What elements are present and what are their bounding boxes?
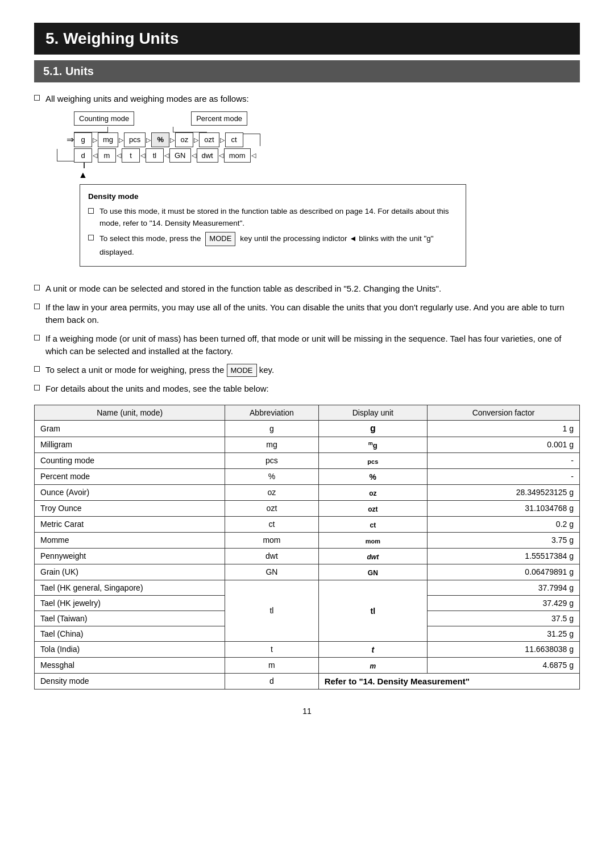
unit-m: m bbox=[98, 148, 116, 163]
unit-t: t bbox=[122, 148, 140, 163]
table-row: Tael (HK general, Singapore)tltl37.7994 … bbox=[35, 580, 580, 595]
mode-key-density: MODE bbox=[205, 232, 235, 246]
table-row: Milligrammgmg0.001 g bbox=[35, 437, 580, 452]
bullet-icon-2 bbox=[34, 285, 40, 290]
table-row: Density modedRefer to "14. Density Measu… bbox=[35, 673, 580, 689]
bullet-4: If a weighing mode (or unit of mass) has… bbox=[45, 333, 580, 358]
unit-tl: tl bbox=[146, 148, 164, 163]
col-name: Name (unit, mode) bbox=[35, 405, 225, 420]
table-row: Counting modepcspcs- bbox=[35, 452, 580, 468]
chapter-title: 5. Weighing Units bbox=[34, 23, 580, 55]
mode-key-select: MODE bbox=[227, 364, 257, 377]
table-row: Grain (UK)GNGN0.06479891 g bbox=[35, 564, 580, 580]
table-row: Messghalmm4.6875 g bbox=[35, 657, 580, 673]
unit-gn: GN bbox=[169, 148, 191, 163]
unit-dwt: dwt bbox=[197, 148, 218, 163]
table-row: Percent mode%%- bbox=[35, 468, 580, 484]
density-bullet-1 bbox=[88, 208, 94, 214]
units-diagram: Counting mode Percent mode ⇒ bbox=[57, 111, 466, 267]
bullet-icon bbox=[34, 95, 40, 101]
density-text-1: To use this mode, it must be stored in t… bbox=[99, 205, 458, 230]
table-row: Tola (India)tt11.6638038 g bbox=[35, 641, 580, 657]
unit-g: g bbox=[74, 132, 92, 147]
counting-mode-label: Counting mode bbox=[74, 111, 134, 126]
table-row: Pennyweightdwtdwt1.55517384 g bbox=[35, 548, 580, 564]
density-text-2: To select this mode, press the bbox=[99, 234, 201, 243]
intro-bullet: All weighing units and weighing modes ar… bbox=[45, 94, 249, 103]
unit-mom: mom bbox=[224, 148, 251, 163]
density-bullet-2 bbox=[88, 235, 94, 240]
table-row: Metric Caratctct0.2 g bbox=[35, 516, 580, 532]
bullet-icon-6 bbox=[34, 385, 40, 391]
unit-mg: mg bbox=[98, 132, 118, 147]
page-number: 11 bbox=[34, 707, 580, 716]
table-row: Gramgg1 g bbox=[35, 420, 580, 437]
unit-pcs: pcs bbox=[124, 132, 146, 147]
col-abbr: Abbreviation bbox=[225, 405, 318, 420]
bullet-icon-3 bbox=[34, 304, 40, 309]
units-table: Name (unit, mode) Abbreviation Display u… bbox=[34, 405, 580, 690]
unit-oz: oz bbox=[175, 132, 193, 147]
density-mode-label: Density mode bbox=[88, 190, 458, 203]
col-display: Display unit bbox=[318, 405, 427, 420]
col-factor: Conversion factor bbox=[428, 405, 580, 420]
density-mode-box: Density mode To use this mode, it must b… bbox=[80, 184, 466, 267]
unit-pct: % bbox=[151, 132, 169, 147]
bullet-icon-4 bbox=[34, 335, 40, 340]
section-title: 5.1. Units bbox=[34, 60, 580, 82]
unit-d: d bbox=[74, 148, 92, 163]
bullet-5: To select a unit or mode for weighing, p… bbox=[45, 364, 274, 377]
bullet-3: If the law in your area permits, you may… bbox=[45, 301, 580, 327]
bullet-6: For details about the units and modes, s… bbox=[45, 383, 269, 396]
table-row: Ounce (Avoir)ozoz28.349523125 g bbox=[35, 484, 580, 500]
table-row: Mommemommom3.75 g bbox=[35, 532, 580, 548]
bullet-2: A unit or mode can be selected and store… bbox=[45, 283, 441, 296]
percent-mode-label: Percent mode bbox=[191, 111, 247, 126]
unit-ozt: ozt bbox=[199, 132, 219, 147]
unit-ct: ct bbox=[225, 132, 243, 147]
table-row: Troy Ounceoztozt31.1034768 g bbox=[35, 500, 580, 516]
bullet-icon-5 bbox=[34, 366, 40, 372]
